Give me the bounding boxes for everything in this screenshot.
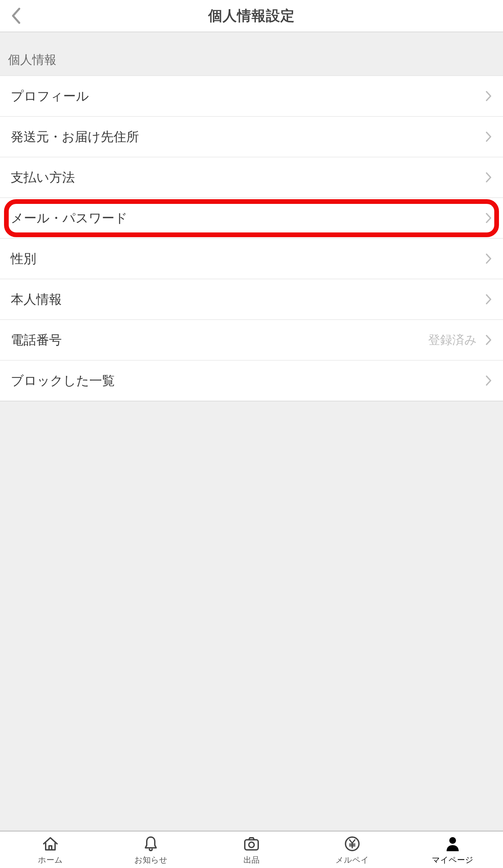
tab-label: ホーム — [38, 855, 63, 865]
row-label: 性別 — [11, 250, 485, 267]
row-payment[interactable]: 支払い方法 — [0, 157, 503, 198]
tab-merpay[interactable]: メルペイ — [302, 832, 402, 868]
row-blocked[interactable]: ブロックした一覧 — [0, 360, 503, 401]
page-title: 個人情報設定 — [0, 7, 503, 25]
chevron-right-icon — [485, 131, 492, 143]
svg-rect-0 — [245, 840, 258, 850]
chevron-right-icon — [485, 171, 492, 183]
tab-mypage[interactable]: マイページ — [402, 832, 503, 868]
back-button[interactable] — [9, 6, 23, 26]
tab-bar: ホーム お知らせ 出品 メルペイ マイページ — [0, 830, 503, 868]
chevron-right-icon — [485, 374, 492, 386]
row-label: 本人情報 — [11, 291, 485, 308]
camera-icon — [242, 834, 261, 853]
chevron-right-icon — [485, 334, 492, 346]
chevron-left-icon — [11, 8, 21, 24]
row-label: メール・パスワード — [11, 210, 485, 227]
row-label: 電話番号 — [11, 332, 428, 349]
row-gender[interactable]: 性別 — [0, 238, 503, 279]
tab-label: 出品 — [243, 855, 260, 865]
header-bar: 個人情報設定 — [0, 0, 503, 32]
section-gap: 個人情報 — [0, 32, 503, 76]
bottom-gap — [0, 401, 503, 830]
tab-label: マイページ — [432, 855, 473, 865]
settings-list: プロフィール 発送元・お届け先住所 支払い方法 メール・パスワード — [0, 76, 503, 401]
yen-icon — [343, 834, 361, 853]
section-header: 個人情報 — [8, 52, 56, 68]
row-address[interactable]: 発送元・お届け先住所 — [0, 116, 503, 157]
tab-sell[interactable]: 出品 — [201, 832, 302, 868]
row-label: 発送元・お届け先住所 — [11, 128, 485, 145]
chevron-right-icon — [485, 252, 492, 265]
tab-home[interactable]: ホーム — [0, 832, 101, 868]
row-label: プロフィール — [11, 88, 485, 105]
chevron-right-icon — [485, 212, 492, 224]
row-mail-password[interactable]: メール・パスワード — [0, 198, 503, 238]
svg-point-3 — [449, 837, 456, 844]
row-identity[interactable]: 本人情報 — [0, 279, 503, 320]
person-icon — [443, 834, 462, 853]
chevron-right-icon — [485, 90, 492, 102]
bell-icon — [142, 834, 160, 853]
tab-label: お知らせ — [134, 855, 168, 865]
row-label: 支払い方法 — [11, 169, 485, 186]
svg-point-1 — [249, 842, 254, 848]
row-profile[interactable]: プロフィール — [0, 76, 503, 116]
home-icon — [41, 834, 60, 853]
tab-news[interactable]: お知らせ — [101, 832, 201, 868]
row-phone[interactable]: 電話番号 登録済み — [0, 320, 503, 360]
row-status: 登録済み — [428, 332, 477, 348]
chevron-right-icon — [485, 293, 492, 305]
row-label: ブロックした一覧 — [11, 372, 485, 389]
tab-label: メルペイ — [335, 855, 369, 865]
